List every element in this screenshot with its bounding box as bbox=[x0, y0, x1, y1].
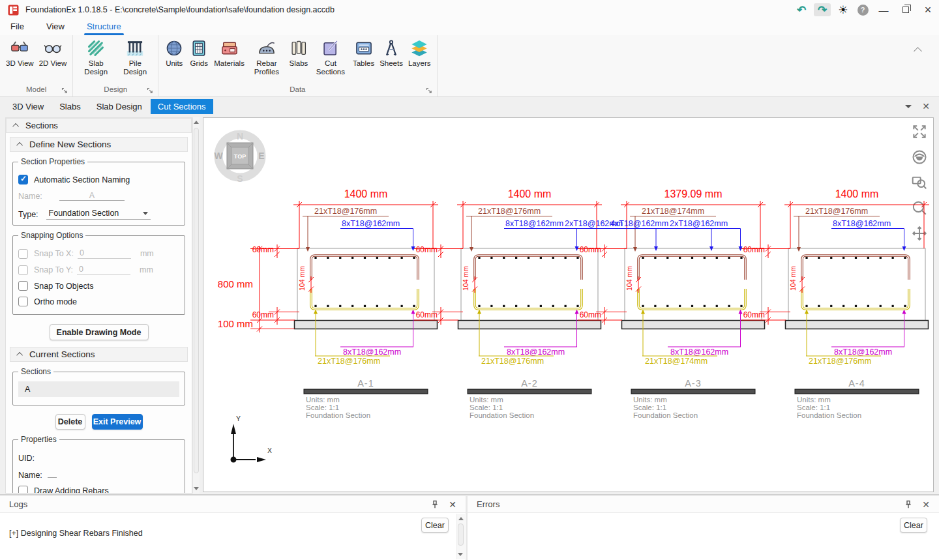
logs-panel: Logs ✕ [+] Designing Shear Rebars Finish… bbox=[0, 496, 466, 560]
ribbon-button-3d-view[interactable]: 3D View bbox=[4, 38, 36, 68]
svg-text:60mm: 60mm bbox=[580, 245, 601, 254]
ribbon-button-slabs[interactable]: Slabs bbox=[287, 38, 310, 68]
drawing-canvas[interactable]: N W E S TOP 1400 mm60mm60mm104 mm21xT18@… bbox=[203, 117, 934, 492]
dialog-launcher-icon[interactable] bbox=[426, 87, 432, 95]
redo-icon[interactable]: ↷ bbox=[814, 3, 831, 16]
ribbon-button-cut-sections[interactable]: Cut Sections bbox=[312, 38, 350, 77]
logs-clear-button[interactable]: Clear bbox=[421, 518, 449, 533]
tab-slabs[interactable]: Slabs bbox=[52, 99, 88, 114]
close-icon[interactable]: × bbox=[917, 2, 939, 18]
dialog-launcher-icon[interactable] bbox=[61, 87, 68, 95]
snapping-options-group: Snapping Options Snap To X: 0 mm Snap To… bbox=[12, 231, 185, 315]
ribbon-group-model: 3D View 2D View Model bbox=[0, 35, 73, 96]
sidebar-scrollbar[interactable] bbox=[192, 117, 200, 494]
scroll-down-icon[interactable] bbox=[194, 487, 199, 490]
minimize-icon[interactable]: — bbox=[872, 2, 895, 18]
svg-text:800 mm: 800 mm bbox=[218, 278, 253, 289]
menu-file[interactable]: File bbox=[10, 22, 24, 35]
ribbon-button-tables[interactable]: Tables bbox=[351, 38, 376, 68]
ribbon-button-materials[interactable]: Materials bbox=[212, 38, 246, 68]
ribbon-button-layers[interactable]: Layers bbox=[406, 38, 433, 68]
scroll-up-icon[interactable] bbox=[194, 121, 199, 124]
draw-adding-rebars-checkbox[interactable] bbox=[18, 486, 28, 494]
section-type-select[interactable]: Foundation Section bbox=[46, 209, 151, 220]
scroll-up-icon[interactable] bbox=[458, 517, 464, 520]
compass-east-label[interactable]: E bbox=[258, 151, 264, 161]
ribbon-button-units[interactable]: Units bbox=[162, 38, 186, 68]
snap-to-y-checkbox[interactable] bbox=[18, 265, 28, 275]
ribbon-button-label: Units bbox=[166, 59, 183, 68]
ribbon-button-label: Rebar Profiles bbox=[250, 59, 284, 76]
slabs-icon bbox=[290, 39, 308, 57]
menu-view[interactable]: View bbox=[46, 22, 65, 35]
svg-text:Scale: 1:1: Scale: 1:1 bbox=[797, 404, 830, 411]
materials-icon bbox=[220, 39, 239, 57]
svg-text:21xT18@176mm: 21xT18@176mm bbox=[809, 357, 871, 366]
section-name-input[interactable]: A bbox=[59, 191, 125, 201]
tab-slab-design[interactable]: Slab Design bbox=[89, 99, 149, 114]
tab-close-icon[interactable]: ✕ bbox=[922, 102, 930, 111]
scrollbar-thumb[interactable] bbox=[458, 523, 464, 546]
errors-close-icon[interactable]: ✕ bbox=[922, 500, 930, 509]
compass-west-label[interactable]: W bbox=[214, 151, 223, 161]
compass-south-label[interactable]: S bbox=[237, 173, 243, 184]
name-label: Name: bbox=[18, 192, 42, 201]
delete-button[interactable]: Delete bbox=[55, 414, 85, 430]
pin-icon[interactable] bbox=[904, 500, 912, 509]
dialog-launcher-icon[interactable] bbox=[147, 87, 153, 95]
fit-view-icon[interactable] bbox=[911, 123, 928, 140]
current-sections-expander[interactable]: Current Sections bbox=[10, 347, 188, 362]
tab-3d-view[interactable]: 3D View bbox=[5, 99, 51, 114]
draw-adding-rebars-label: Draw Adding Rebars bbox=[34, 486, 109, 494]
compass-top-label[interactable]: TOP bbox=[234, 153, 246, 160]
svg-text:21xT18@176mm: 21xT18@176mm bbox=[805, 207, 868, 216]
snap-to-y-input[interactable]: 0 bbox=[77, 265, 130, 275]
menu-structure[interactable]: Structure bbox=[87, 22, 121, 35]
logs-scrollbar[interactable] bbox=[456, 514, 465, 559]
collapse-caret-icon bbox=[16, 352, 23, 359]
errors-clear-button[interactable]: Clear bbox=[900, 518, 927, 533]
automatic-section-naming-checkbox[interactable] bbox=[18, 175, 28, 184]
scrollbar-thumb[interactable] bbox=[194, 128, 199, 473]
ortho-mode-checkbox[interactable] bbox=[18, 297, 28, 306]
scroll-down-icon[interactable] bbox=[458, 553, 463, 556]
theme-icon[interactable]: ☀ bbox=[833, 2, 853, 18]
ribbon-button-grids[interactable]: Grids bbox=[187, 38, 211, 68]
svg-text:60mm: 60mm bbox=[416, 245, 438, 254]
ribbon-button-sheets[interactable]: Sheets bbox=[378, 38, 405, 68]
ribbon-group-design: Slab Design Pile Design Design bbox=[73, 35, 158, 96]
ribbon-button-rebar-profiles[interactable]: Rebar Profiles bbox=[248, 38, 286, 77]
sections-expander[interactable]: Sections bbox=[6, 118, 192, 133]
maximize-icon[interactable] bbox=[895, 2, 917, 18]
enable-drawing-mode-button[interactable]: Enable Drawing Mode bbox=[50, 324, 149, 340]
section-list-item[interactable]: A bbox=[18, 381, 179, 397]
snap-to-x-checkbox[interactable] bbox=[18, 249, 28, 259]
snap-to-objects-checkbox[interactable] bbox=[18, 281, 28, 291]
view-compass[interactable]: N W E S TOP bbox=[210, 126, 270, 186]
property-name-input[interactable] bbox=[48, 470, 57, 478]
help-icon[interactable]: ? bbox=[853, 2, 872, 18]
ribbon-button-slab-design[interactable]: Slab Design bbox=[77, 38, 115, 77]
logs-panel-header: Logs ✕ bbox=[0, 496, 466, 513]
visibility-icon[interactable] bbox=[911, 149, 928, 166]
ribbon-button-label: Cut Sections bbox=[314, 59, 348, 76]
pin-icon[interactable] bbox=[431, 500, 439, 509]
svg-text:100 mm: 100 mm bbox=[218, 318, 253, 329]
compass-north-label[interactable]: N bbox=[237, 131, 243, 141]
ribbon-button-pile-design[interactable]: Pile Design bbox=[116, 38, 154, 77]
undo-icon[interactable]: ↶ bbox=[792, 2, 811, 18]
tab-list-dropdown-icon[interactable] bbox=[905, 105, 912, 108]
define-new-sections-expander[interactable]: Define New Sections bbox=[10, 137, 188, 152]
tab-cut-sections[interactable]: Cut Sections bbox=[151, 99, 213, 114]
titlebar: FoundationEx 1.0.18.5 - E:\concrete\Samp… bbox=[0, 0, 939, 20]
section-drawing-A-4: 1400 mm60mm60mm104 mm21xT18@176mm8xT18@1… bbox=[684, 184, 932, 423]
tabstrip-controls: ✕ bbox=[905, 102, 930, 111]
svg-text:Foundation Section: Foundation Section bbox=[797, 411, 861, 419]
collapse-caret-icon bbox=[12, 123, 19, 130]
svg-text:Units: mm: Units: mm bbox=[797, 396, 831, 404]
logs-close-icon[interactable]: ✕ bbox=[449, 500, 456, 509]
exit-preview-button[interactable]: Exit Preview bbox=[92, 414, 143, 430]
snap-to-x-input[interactable]: 0 bbox=[78, 248, 131, 259]
bottom-dock: Logs ✕ [+] Designing Shear Rebars Finish… bbox=[0, 494, 939, 560]
ribbon-button-2d-view[interactable]: 2D View bbox=[37, 38, 69, 68]
